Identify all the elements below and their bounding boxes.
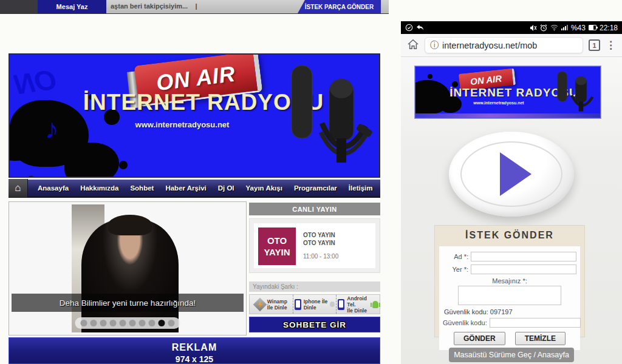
ticker-left-stub <box>0 0 38 13</box>
program-badge: OTO YAYIN <box>258 228 296 265</box>
submit-button[interactable]: GÖNDER <box>454 332 505 345</box>
place-field[interactable] <box>471 265 576 274</box>
screenshot-root: CANLI YAYIN f Mesaj Yaz aştan beri takip… <box>0 0 622 364</box>
slider-dot[interactable] <box>110 320 117 326</box>
battery-percent-text: %43 <box>571 24 586 32</box>
winamp-icon <box>253 297 267 311</box>
program-name: OTO YAYIN <box>303 231 338 239</box>
mute-icon <box>530 24 537 32</box>
slider-dot[interactable] <box>81 320 87 326</box>
captcha-field[interactable] <box>490 318 581 328</box>
photo-slider: Deha Bilimlier yeni turne hazırlığında! <box>9 201 247 335</box>
mesaj-yaz-button[interactable]: Mesaj Yaz <box>38 0 106 13</box>
android-phone-icon <box>338 299 344 310</box>
name-label: Ad *: <box>443 253 468 260</box>
slider-dot[interactable] <box>149 320 156 326</box>
winamp-listen-button[interactable]: Winamp İle Dinle <box>250 295 293 314</box>
istek-parca-gonder-button[interactable]: İSTEK PARÇA GÖNDER <box>298 0 381 13</box>
slider-dot[interactable] <box>159 320 165 326</box>
captcha-display-label: Güvenlik kodu: <box>444 308 488 315</box>
browser-home-icon[interactable] <box>407 39 419 52</box>
program-time: 11:00 - 13:00 <box>303 252 338 260</box>
signal-strength-icon <box>561 25 568 30</box>
name-field[interactable] <box>471 252 576 261</box>
nav-item-sohbet[interactable]: Sohbet <box>130 184 154 192</box>
captcha-input-label: Güvenlik kodu: <box>443 319 487 326</box>
android-status-bar: %43 22:18 <box>401 21 622 34</box>
live-broadcast-sidebar: CANLI YAYIN OTO YAYIN OTO YAYIN OTO YAYI… <box>249 203 380 332</box>
microphone-graphic <box>552 72 599 118</box>
captcha-code-value: 097197 <box>490 308 513 315</box>
apple-logo-icon <box>330 302 335 307</box>
slider-dot[interactable] <box>100 320 107 326</box>
iphone-listen-button[interactable]: Iphone İle Dinle <box>293 295 337 314</box>
sidebar-header: CANLI YAYIN <box>249 203 380 215</box>
desktop-version-link[interactable]: Masaüstü Sürüme Geç / Anasayfa <box>449 348 574 362</box>
nav-item-programcilar[interactable]: Programcılar <box>294 184 337 192</box>
ad-label: REKLAM <box>9 342 380 353</box>
mobile-site-banner: ON AIR İNTERNET RADYOSU www.internetrady… <box>415 66 601 118</box>
slider-caption: Deha Bilimlier yeni turne hazırlığında! <box>12 294 244 312</box>
site-url-text: www.internetradyosu.net <box>52 120 312 129</box>
nav-item-anasayfa[interactable]: Anasayfa <box>38 184 69 192</box>
microphone-graphic <box>281 66 378 175</box>
message-field[interactable] <box>458 286 561 305</box>
nav-item-hakkimizda[interactable]: Hakkımızda <box>80 184 118 192</box>
ad-banner-placeholder: REKLAM 974 x 125 <box>9 337 380 364</box>
now-playing-label: Yayındaki Şarkı : <box>249 281 380 292</box>
slider-dot[interactable] <box>139 320 146 326</box>
slider-dot[interactable] <box>168 320 175 326</box>
ad-size-label: 974 x 125 <box>9 354 380 364</box>
slider-dots <box>75 317 180 329</box>
reply-arrow-icon <box>416 24 424 31</box>
program-panel: OTO YAYIN OTO YAYIN OTO YAYIN 11:00 - 13… <box>249 218 380 273</box>
mobile-phone-screen: %43 22:18 ⓘ internetradyosu.net/mob 1 ⋮ <box>401 21 622 364</box>
banner-bottom-strip <box>415 113 600 118</box>
tab-switcher-button[interactable]: 1 <box>589 39 600 51</box>
battery-icon <box>589 25 596 30</box>
page-info-icon[interactable]: ⓘ <box>430 40 439 51</box>
site-banner: ON ♪ ON AIR İNTERNET RADYOSU www.interne… <box>9 53 380 178</box>
home-button[interactable]: ⌂ <box>9 179 28 197</box>
main-navigation: ⌂ Anasayfa Hakkımızda Sohbet Haber Arşiv… <box>9 180 380 198</box>
address-bar[interactable]: ⓘ internetradyosu.net/mob <box>425 37 583 53</box>
message-label: Mesajınız *: <box>443 277 576 285</box>
nav-item-iletisim[interactable]: İletişim <box>349 184 373 192</box>
slider-dot[interactable] <box>91 320 97 326</box>
play-button-ring <box>460 141 562 207</box>
clear-button[interactable]: TEMİZLE <box>515 332 566 345</box>
slider-photo[interactable]: Deha Bilimlier yeni turne hazırlığında! <box>12 204 244 332</box>
form-title: İSTEK GÖNDER <box>435 226 584 241</box>
slider-dot[interactable] <box>120 320 126 326</box>
play-button[interactable] <box>449 132 574 217</box>
sohbete-gir-button[interactable]: SOHBETE GİR <box>249 317 380 332</box>
url-text: internetradyosu.net/mob <box>442 41 537 50</box>
iphone-icon <box>295 299 301 310</box>
alarm-clock-icon <box>540 24 547 32</box>
browser-menu-icon[interactable]: ⋮ <box>606 42 616 49</box>
message-ticker-bar: Mesaj Yaz aştan beri takipçisiyim... | İ… <box>0 0 389 13</box>
program-name: OTO YAYIN <box>303 239 338 247</box>
android-listen-button[interactable]: Android Tel. İle Dinle <box>337 295 380 314</box>
place-label: Yer *: <box>443 266 468 273</box>
mobile-site-url-text: www.internetradyosu.net <box>434 101 564 105</box>
nav-item-haber-arsivi[interactable]: Haber Arşivi <box>165 184 206 192</box>
play-icon <box>500 152 531 196</box>
ticker-text: aştan beri takipçisiyim... | <box>111 2 197 10</box>
listen-options-bar: Winamp İle Dinle Iphone İle Dinle Andro <box>249 294 380 314</box>
check-circle-icon <box>405 24 413 32</box>
android-robot-icon <box>372 301 378 308</box>
song-request-form: İSTEK GÖNDER Ad *: Yer *: Mesajınız *: G… <box>434 225 585 337</box>
wifi-icon <box>550 24 558 31</box>
nav-item-yayin-akisi[interactable]: Yayın Akışı <box>246 184 282 192</box>
nav-item-dj-ol[interactable]: Dj Ol <box>218 184 234 192</box>
browser-toolbar: ⓘ internetradyosu.net/mob 1 ⋮ <box>401 34 622 57</box>
status-clock-text: 22:18 <box>600 24 618 32</box>
slider-dot[interactable] <box>129 320 136 326</box>
